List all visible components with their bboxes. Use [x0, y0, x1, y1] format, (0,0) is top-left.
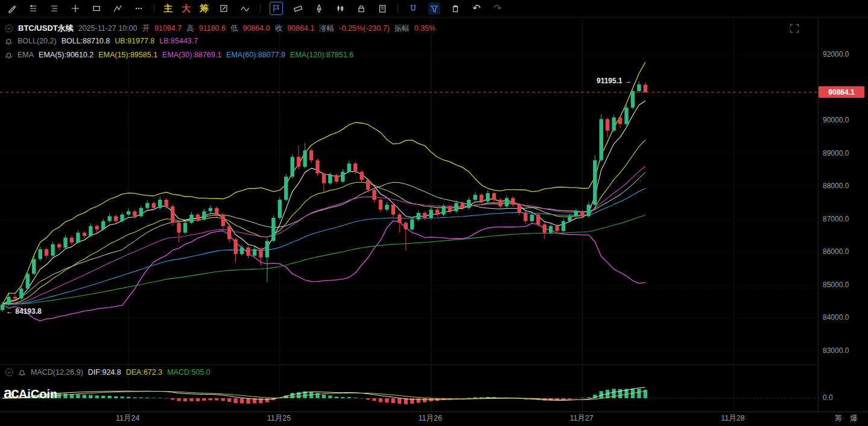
boll-ub-value: UB:91977.8	[115, 37, 154, 45]
price-axis-label: 87000.0	[823, 215, 849, 223]
redo-icon[interactable]: ↷	[492, 2, 504, 14]
amplitude-value: 0.35%	[414, 24, 436, 33]
price-axis-label: 85000.0	[823, 281, 849, 289]
dea-value: DEA:672.3	[126, 368, 162, 377]
drawing-toolbar: 主 大 筹 ↶ ↷	[0, 0, 868, 17]
wave-icon[interactable]	[239, 2, 251, 14]
delete-icon[interactable]	[449, 2, 461, 14]
note-icon[interactable]	[376, 2, 388, 14]
chips-toggle[interactable]: 筹	[835, 413, 843, 424]
crosshair-tools-icon[interactable]	[69, 2, 81, 14]
ema15-value: EMA(15):89585.1	[98, 51, 157, 59]
liquidation-toggle[interactable]: 爆	[851, 413, 858, 424]
kline-style-icon[interactable]	[334, 2, 346, 14]
more-tools-icon[interactable]	[133, 2, 145, 14]
amplitude-label: 振幅	[394, 24, 410, 34]
ema5-value: EMA(5):90610.2	[39, 51, 93, 59]
lock-icon[interactable]	[355, 2, 367, 14]
date-axis-label: 11月25	[267, 413, 291, 424]
candlestick-chart[interactable]	[0, 0, 868, 426]
high-value: 91180.6	[199, 24, 226, 33]
toolbar-divider	[260, 4, 261, 13]
ema-name[interactable]: EMA	[17, 51, 34, 59]
close-label: 收	[275, 24, 283, 34]
open-value: 91094.7	[154, 24, 182, 33]
collapse-icon[interactable]	[5, 368, 13, 377]
session-high-annotation: 91195.1 →	[597, 77, 632, 85]
undo-icon[interactable]: ↶	[470, 2, 483, 14]
date-axis-label: 11月28	[721, 413, 744, 424]
logo-text: AiCoin	[19, 387, 57, 401]
filter-icon[interactable]	[428, 2, 440, 14]
price-axis-label: 90000.0	[823, 116, 849, 124]
candle-datetime: 2025-11-27 10:00	[78, 24, 138, 33]
change-value: -0.25%(-230.7)	[339, 24, 389, 33]
ema120-value: EMA(120):87851.6	[290, 51, 353, 59]
low-label: 低	[230, 24, 238, 34]
macd-value: MACD:505.0	[167, 368, 211, 377]
ema60-value: EMA(60):88077.9	[226, 51, 285, 59]
price-axis-label: 84000.0	[823, 313, 849, 322]
low-value: 90864.0	[242, 24, 270, 33]
macd-zero-label: 0.0	[823, 393, 833, 402]
trading-app: 主 大 筹 ↶ ↷ BTC/USDT永续 2025-11-27 10:00 开 …	[0, 0, 868, 426]
boll-name[interactable]: BOLL(20,2)	[17, 37, 57, 45]
shape-tools-icon[interactable]	[90, 2, 103, 14]
boll-mb-value: BOLL:88710.8	[62, 37, 110, 45]
last-price-badge: 90864.1	[819, 86, 864, 98]
alarm-icon[interactable]	[5, 51, 13, 59]
alarm-icon[interactable]	[18, 369, 26, 377]
fullscreen-icon[interactable]	[789, 23, 800, 36]
price-axis-label: 88000.0	[823, 182, 849, 190]
high-label: 高	[186, 24, 194, 34]
main-chart-button[interactable]: 主	[163, 3, 173, 14]
aicoin-logo: ac AiCoin	[4, 384, 57, 402]
pen-icon[interactable]	[313, 2, 325, 14]
logo-mark: ac	[4, 384, 18, 402]
pencil-icon[interactable]	[6, 2, 18, 14]
price-axis-label: 92000.0	[823, 50, 849, 59]
date-axis-label: 11月26	[419, 413, 442, 424]
macd-header: MACD(12,26,9) DIF:924.8 DEA:672.3 MACD:5…	[5, 368, 211, 377]
angle-tools-icon[interactable]	[112, 2, 124, 14]
macd-name[interactable]: MACD(12,26,9)	[31, 368, 83, 377]
large-view-button[interactable]: 大	[182, 3, 191, 14]
fibonacci-tools-icon[interactable]	[48, 2, 60, 14]
close-value: 90864.1	[287, 24, 314, 33]
session-low-annotation: ← 84193.8	[6, 307, 42, 316]
annotation-icon[interactable]	[218, 2, 230, 14]
ema30-value: EMA(30):88769.1	[162, 51, 221, 59]
collapse-icon[interactable]	[5, 24, 13, 33]
corner-toggles: 筹 爆	[835, 413, 858, 424]
date-axis-label: 11月27	[569, 413, 593, 424]
ohlc-header: BTC/USDT永续 2025-11-27 10:00 开 91094.7 高 …	[5, 23, 436, 34]
magnet-icon[interactable]	[407, 2, 419, 14]
change-label: 涨幅	[319, 24, 334, 34]
boll-lb-value: LB:85443.7	[159, 37, 198, 45]
open-label: 开	[142, 24, 150, 34]
ruler-icon[interactable]	[292, 2, 304, 14]
alarm-icon[interactable]	[5, 37, 13, 45]
date-axis-label: 11月24	[116, 413, 139, 424]
trendline-tools-icon[interactable]	[27, 2, 39, 14]
price-axis-label: 83000.0	[823, 346, 849, 355]
ema-header: EMA EMA(5):90610.2 EMA(15):89585.1 EMA(3…	[5, 51, 353, 59]
toolbar-divider	[154, 4, 154, 13]
chips-button[interactable]: 筹	[200, 3, 209, 14]
dif-value: DIF:924.8	[88, 368, 121, 377]
boll-header: BOLL(20,2) BOLL:88710.8 UB:91977.8 LB:85…	[5, 37, 198, 45]
chart-svg	[0, 0, 868, 426]
price-axis-label: 86000.0	[823, 247, 849, 256]
price-axis-label: 89000.0	[823, 149, 849, 157]
toolbar-divider	[398, 4, 398, 13]
symbol-name[interactable]: BTC/USDT永续	[18, 23, 74, 34]
flag-tool-icon[interactable]	[270, 2, 283, 15]
